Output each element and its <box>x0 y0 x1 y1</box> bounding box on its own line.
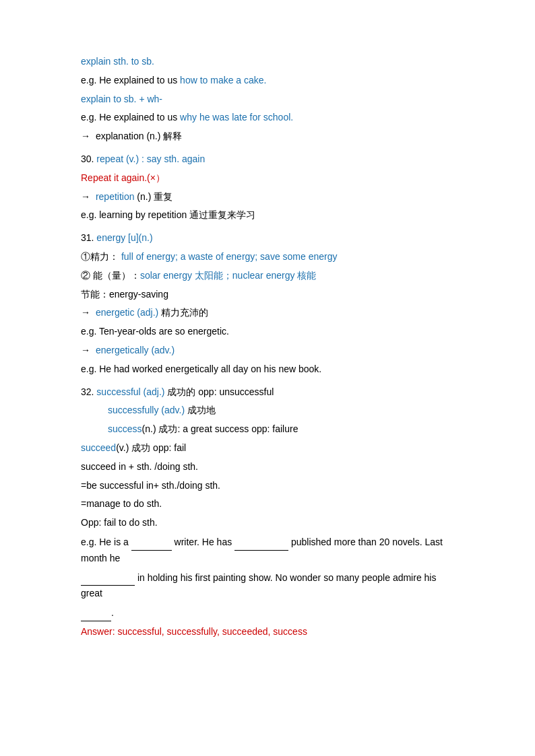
explain-line3: explain to sb. + wh- <box>81 92 454 108</box>
success-line: success(n.) 成功: a great success opp: fai… <box>108 421 454 438</box>
repeat-heading: 30. repeat (v.) : say sth. again <box>81 151 454 168</box>
repeat-eg: e.g. learning by repetition 通过重复来学习 <box>81 207 454 224</box>
explain-section: explain sth. to sb. e.g. He explained to… <box>81 54 454 145</box>
energy-arrow-energetically: → energetically (adv.) <box>81 343 454 359</box>
eg-fill-blank: e.g. He is a writer. He has published mo… <box>81 534 454 567</box>
blank2 <box>234 534 288 551</box>
successful-section: 32. successful (adj.) 成功的 opp: unsuccess… <box>81 384 454 640</box>
repeat-arrow-repetition: → repetition (n.) 重复 <box>81 189 454 205</box>
explain-eg1: e.g. He explained to us how to make a ca… <box>81 73 454 89</box>
explain-line1: explain sth. to sb. <box>81 54 454 70</box>
eg-fill-blank-line3: . <box>81 605 454 621</box>
manage-line: =manage to do sth. <box>81 496 454 512</box>
energy-eg1: e.g. Ten-year-olds are so energetic. <box>81 324 454 340</box>
energy-arrow-energetic: → energetic (adj.) 精力充沛的 <box>81 305 454 321</box>
explain-eg2: e.g. He explained to us why he was late … <box>81 110 454 126</box>
energy-circle1: ①精力： full of energy; a waste of energy; … <box>81 249 454 265</box>
succeed-in-line: succeed in + sth. /doing sth. <box>81 459 454 475</box>
opp-line: Opp: fail to do sth. <box>81 515 454 531</box>
blank1 <box>131 534 172 551</box>
repeat-section: 30. repeat (v.) : say sth. again Repeat … <box>81 151 454 224</box>
energy-section: 31. energy [u](n.) ①精力： full of energy; … <box>81 230 454 377</box>
energy-eg2: e.g. He had worked energetically all day… <box>81 362 454 378</box>
repeat-subline: Repeat it again.(×） <box>81 170 454 186</box>
page-content: explain sth. to sb. e.g. He explained to… <box>81 54 454 640</box>
energy-circle2: ② 能（量）：solar energy 太阳能；nuclear energy 核… <box>81 268 454 284</box>
succeed-line: succeed(v.) 成功 opp: fail <box>81 440 454 456</box>
blank4 <box>81 605 111 621</box>
energy-heading: 31. energy [u](n.) <box>81 230 454 246</box>
eg-fill-blank-line2: in holding his first painting show. No w… <box>81 570 454 603</box>
be-successful-line: =be successful in+ sth./doing sth. <box>81 478 454 494</box>
answer-line: Answer: successful, successfully, succee… <box>81 624 454 640</box>
energy-saving: 节能：energy-saving <box>81 287 454 303</box>
blank3 <box>81 570 135 586</box>
successful-heading: 32. successful (adj.) 成功的 opp: unsuccess… <box>81 384 454 401</box>
successfully-line: successfully (adv.) 成功地 <box>108 403 454 419</box>
explain-arrow-line: → explanation (n.) 解释 <box>81 129 454 145</box>
